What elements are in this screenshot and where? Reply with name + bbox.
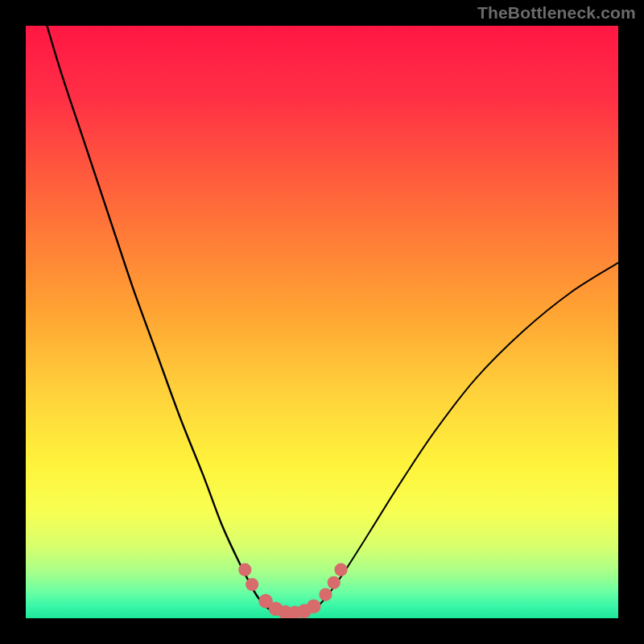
left-curve [43,26,275,613]
data-marker [246,578,258,591]
data-marker [238,564,251,576]
watermark-text: TheBottleneck.com [477,3,636,23]
chart-frame: TheBottleneck.com [0,0,644,644]
data-marker [307,599,321,613]
chart-curves [26,26,618,618]
data-marker [328,576,341,589]
plot-area [26,26,618,618]
right-curve [310,262,618,612]
data-marker [319,588,332,601]
data-marker [334,564,347,576]
